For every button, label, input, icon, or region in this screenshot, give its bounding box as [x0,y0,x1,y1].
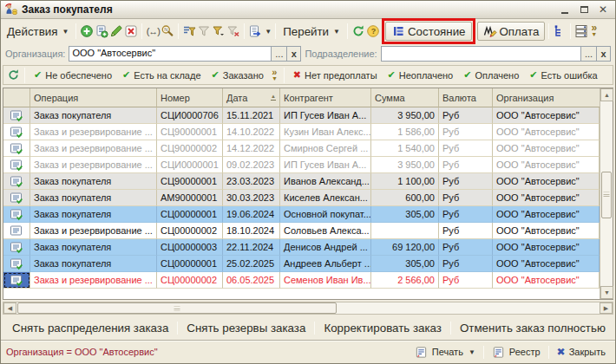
header-organization[interactable]: Организация [493,88,600,107]
separator [450,322,451,335]
check-icon: ✔ [122,70,130,80]
quick-filter-toggle[interactable]: ✔Заказано [207,67,268,83]
order-command-button[interactable]: Корректировать заказ [317,319,449,337]
customer-order-window: Заказ покупателя ✕ Действия▼ (↔) N ▼ Пер… [0,0,616,364]
department-input[interactable] [382,47,580,61]
table-row[interactable]: Заказ покупателяСЦИ000070615.11.2021ИП Г… [3,107,600,124]
organization-picker-button[interactable]: ... [271,47,286,61]
quick-filter-label: Есть ошибка [541,70,598,81]
cell-operation: Заказ покупателя [30,256,157,272]
quick-filter-overflow-icon[interactable]: »▼ [272,69,278,81]
actions-button[interactable]: Действия▼ [3,22,72,41]
minimize-icon[interactable] [558,3,572,16]
delete-icon[interactable] [124,24,138,38]
quick-filter-toggle[interactable]: ✖Нет предоплаты [289,67,382,83]
table-row[interactable]: Заказ и резервирование ...СЦИ000000109.0… [3,157,600,173]
order-commands-bar: Снять распределения заказаСнять резервы … [3,318,613,338]
order-command-button[interactable]: Снять распределения заказа [5,319,175,337]
chevron-down-icon[interactable]: ▼ [265,28,272,36]
cell-sum [371,223,439,239]
refresh-list-icon[interactable] [6,68,20,82]
scroll-up-icon[interactable]: ▲ [600,88,613,101]
registry-button[interactable]: Реестр [488,344,545,360]
cell-date: 22.11.2024 [223,239,280,256]
add-icon[interactable] [80,24,94,38]
organization-clear-button[interactable]: x [286,47,300,61]
scroll-down-icon[interactable]: ▼ [600,286,613,299]
edit-icon[interactable] [109,24,123,38]
table-row[interactable]: Заказ покупателяСЦ0000000119.06.2024Осно… [3,206,600,223]
table-row[interactable]: Заказ и резервирование ...СЦ9000000114.1… [3,124,600,140]
department-clear-button[interactable]: x [596,47,610,61]
quick-filter-toggle[interactable]: ✔Не обеспечено [29,67,116,83]
state-button[interactable]: Состояние [385,22,472,41]
cell-currency: Руб [439,206,493,223]
header-sum[interactable]: Сумма [371,88,439,107]
sort-asc-icon: ▲ [271,94,276,101]
cell-currency: Руб [439,140,493,157]
copy-icon[interactable] [95,24,108,38]
header-contractor[interactable]: Контрагент [280,88,371,107]
refresh-icon[interactable] [351,24,365,38]
table-row[interactable]: Заказ покупателяАМ9000000130.03.2023Кисе… [3,190,600,206]
payment-icon [483,24,497,38]
quick-filter-toggle[interactable]: ✔Есть ошибка [525,67,601,83]
quick-filter-toggle[interactable]: ✔Неоплачено [383,67,458,83]
filter-sort-icon[interactable] [182,24,196,38]
cell-operation: Заказ и резервирование ... [30,223,157,239]
hierarchy-view-icon[interactable] [553,24,567,38]
cell-sum: 1 586,00 [371,124,439,140]
cell-number: СЦ00000001 [157,206,223,223]
vertical-scrollbar[interactable]: ▲ ▼ [600,88,613,299]
vertical-scroll-thumb[interactable] [601,172,612,218]
cell-sum: 2 566,00 [371,272,439,289]
table-row[interactable]: Заказ и резервирование ...СЦ0000000206.0… [3,272,600,289]
horizontal-scrollbar[interactable]: ◀ ▶ [3,302,613,315]
header-date[interactable]: Дата▲ [223,88,280,107]
table-row[interactable]: Заказ покупателяСЦ0000000125.02.2025Андр… [3,256,600,272]
department-picker-button[interactable]: ... [580,47,596,61]
quick-filter-toggle[interactable]: ✔Есть на складе [118,67,206,83]
cell-sum: 600,00 [371,190,439,206]
order-command-button[interactable]: Отменить заказ полностью [453,319,613,337]
header-currency[interactable]: Валюта [439,88,493,107]
table-row[interactable]: Заказ и резервирование ...СЦ0000000218.1… [3,223,600,239]
goto-button[interactable]: Перейти▼ [279,22,344,41]
column-widths-icon[interactable]: (↔) [146,24,160,38]
table-row[interactable]: Заказ покупателяСЦ0000000322.11.2024Дени… [3,239,600,256]
main-toolbar: Действия▼ (↔) N ▼ Перейти▼ ? Состояние О… [1,20,615,42]
close-icon[interactable]: ✕ [596,3,610,16]
table-row[interactable]: Заказ покупателяСЦ9000000123.03.2023Иван… [3,173,600,190]
toolbar-overflow-icon[interactable]: »▼ [591,24,597,38]
header-icon-column[interactable] [3,88,30,107]
header-number[interactable]: Номер [157,88,223,107]
cell-date: 15.11.2021 [223,107,280,124]
filter-value-icon[interactable] [197,24,211,38]
quick-filter-toggle[interactable]: ✔Оплачено [459,67,523,83]
cell-date: 14.10.2022 [223,124,280,140]
list-settings-icon[interactable] [574,24,588,38]
toolbar-separator [141,23,142,39]
posted-document-icon [3,140,30,157]
table-row[interactable]: Заказ и резервирование ...СЦ9000000214.1… [3,140,600,157]
svg-text:N: N [165,27,168,32]
order-command-button[interactable]: Снять резервы заказа [180,319,312,337]
organization-input[interactable]: ООО "Автосервис" [69,47,271,61]
maximize-icon[interactable] [577,3,591,16]
close-button[interactable]: ✖ Закрыть [553,346,610,358]
header-operation[interactable]: Операция [30,88,157,107]
payment-button[interactable]: Оплата [477,22,546,41]
scroll-right-icon[interactable]: ▶ [600,302,613,314]
find-icon[interactable]: N [161,24,174,38]
chevron-down-icon: ▼ [62,28,69,36]
table-rows: Заказ покупателяСЦИ000070615.11.2021ИП Г… [3,107,600,289]
filter-clear-icon[interactable] [226,24,240,38]
status-bar: Организация = ООО "Автосервис" Печать ▼ … [1,340,615,363]
cell-date: 18.10.2024 [223,223,280,239]
print-button[interactable]: Печать ▼ [410,344,480,360]
help-icon[interactable]: ? [366,24,380,38]
output-list-icon[interactable] [248,24,262,38]
scroll-left-icon[interactable]: ◀ [3,302,16,314]
horizontal-scroll-thumb[interactable] [17,302,337,314]
filter-history-icon[interactable] [212,24,226,38]
